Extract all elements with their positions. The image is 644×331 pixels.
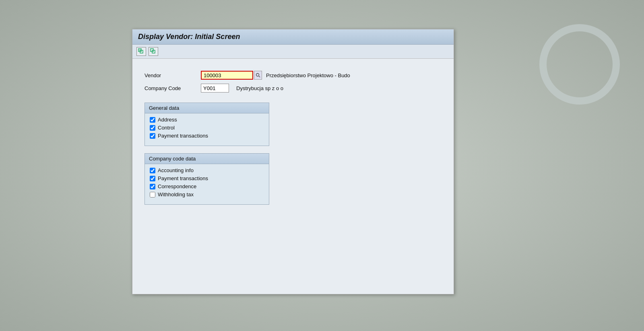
general-payment-label: Payment transactions	[158, 133, 208, 139]
address-checkbox[interactable]	[150, 117, 155, 123]
company-payment-label: Payment transactions	[158, 175, 208, 181]
toolbar	[132, 45, 454, 59]
withholding-tax-label: Withholding tax	[158, 191, 194, 197]
general-payment-checkbox[interactable]	[150, 133, 155, 139]
company-code-data-header: Company code data	[144, 153, 269, 164]
company-code-input[interactable]	[201, 84, 229, 93]
vendor-search-button[interactable]	[254, 71, 262, 80]
control-label: Control	[158, 125, 175, 131]
svg-point-4	[256, 74, 259, 76]
toolbar-btn-2[interactable]	[149, 47, 158, 56]
select-all-icon	[138, 48, 144, 55]
company-code-data-body: Accounting info Payment transactions Cor…	[144, 164, 269, 205]
control-checkbox[interactable]	[150, 125, 155, 131]
correspondence-label: Correspondence	[158, 183, 196, 189]
toolbar-btn-1[interactable]	[136, 47, 146, 56]
withholding-tax-row: Withholding tax	[150, 191, 264, 197]
company-payment-row: Payment transactions	[150, 175, 264, 181]
company-payment-checkbox[interactable]	[150, 176, 155, 181]
address-label: Address	[158, 117, 177, 123]
vendor-field-row: Vendor Przedsiębiorstwo Projektowo - Bud…	[144, 71, 442, 80]
search-icon	[256, 73, 260, 78]
title-bar: Display Vendor: Initial Screen	[132, 29, 454, 45]
company-code-desc: Dystrybucja sp z o o	[236, 85, 283, 91]
general-control-row: Control	[150, 125, 264, 131]
accounting-info-checkbox[interactable]	[150, 168, 155, 173]
company-code-label: Company Code	[144, 85, 201, 91]
correspondence-checkbox[interactable]	[150, 184, 155, 189]
withholding-tax-checkbox[interactable]	[150, 192, 155, 197]
content-area: Vendor Przedsiębiorstwo Projektowo - Bud…	[132, 59, 454, 213]
general-data-section: General data Address Control Payment tra…	[144, 103, 269, 146]
general-data-body: Address Control Payment transactions	[144, 113, 269, 146]
accounting-info-label: Accounting info	[158, 167, 194, 173]
deselect-all-icon	[150, 48, 157, 55]
decorative-circle	[539, 24, 620, 105]
vendor-input[interactable]	[201, 71, 253, 80]
main-window: Display Vendor: Initial Screen Vendor	[132, 29, 454, 294]
correspondence-row: Correspondence	[150, 183, 264, 189]
general-payment-row: Payment transactions	[150, 133, 264, 139]
general-address-row: Address	[150, 117, 264, 123]
vendor-desc: Przedsiębiorstwo Projektowo - Budo	[266, 72, 350, 78]
company-code-field-row: Company Code Dystrybucja sp z o o	[144, 84, 442, 93]
accounting-info-row: Accounting info	[150, 167, 264, 173]
vendor-label: Vendor	[144, 72, 201, 78]
window-title: Display Vendor: Initial Screen	[138, 33, 240, 41]
company-code-data-section: Company code data Accounting info Paymen…	[144, 153, 269, 205]
svg-line-5	[259, 76, 260, 77]
general-data-header: General data	[144, 103, 269, 113]
